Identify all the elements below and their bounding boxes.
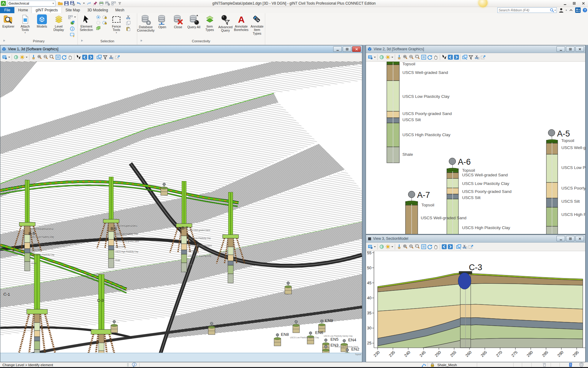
tool-walk[interactable]	[75, 54, 81, 60]
close-button[interactable]	[580, 1, 587, 6]
ribbon-button-fence-tools[interactable]: Fence Tools▾	[108, 14, 125, 33]
tool-section-clip[interactable]	[114, 54, 120, 60]
tool-view-next[interactable]	[447, 244, 453, 250]
user-menu-caret[interactable]: ▾	[566, 9, 567, 12]
tool-brush[interactable]	[30, 54, 36, 60]
tool-rotate-view[interactable]	[61, 54, 67, 60]
tool-clip-volume[interactable]	[468, 54, 474, 60]
connect-icon[interactable]	[575, 7, 581, 13]
tool-fit-view[interactable]	[55, 54, 61, 60]
tool-pan-view[interactable]	[67, 54, 73, 60]
tool-sun[interactable]	[19, 54, 25, 60]
tool-brush[interactable]	[396, 54, 402, 60]
tool-fit-view[interactable]	[420, 54, 427, 60]
tool-sun[interactable]	[385, 54, 391, 60]
caret-icon[interactable]	[74, 16, 77, 19]
view1-title-bar[interactable]: View 1, 3d [Software Graphics]	[0, 45, 362, 53]
redo-icon[interactable]	[87, 1, 92, 6]
ribbon-button-attach-tools[interactable]: Attach Tools▾	[17, 14, 34, 33]
window-tiles-icon[interactable]	[111, 1, 116, 6]
tool-caret[interactable]	[391, 54, 394, 60]
snap-mode-icon[interactable]	[421, 362, 426, 367]
tool-zoom-window[interactable]	[414, 54, 420, 60]
pin-icon[interactable]	[139, 39, 142, 42]
tool-zoom-window[interactable]	[414, 244, 420, 250]
ribbon-button-item-types[interactable]: Item Types	[202, 14, 218, 32]
tool-view-prev[interactable]	[441, 244, 447, 250]
ribbon-button-annotate-boreholes[interactable]: AAnnotate Boreholes	[233, 14, 249, 32]
tool-section-clip[interactable]	[468, 244, 474, 250]
pin-icon[interactable]	[80, 39, 83, 42]
tool-fit-view[interactable]	[420, 244, 427, 250]
view-restore-button[interactable]	[566, 236, 575, 241]
save-icon[interactable]	[64, 1, 69, 6]
tool-caret[interactable]	[8, 54, 11, 60]
tool-clip-mask[interactable]	[108, 54, 114, 60]
tab-gint-projects[interactable]: gINT Projects	[32, 7, 62, 13]
sel-copy-icon[interactable]	[96, 26, 101, 31]
tool-walk[interactable]	[441, 54, 447, 60]
tool-caret[interactable]	[25, 54, 28, 60]
search-ribbon-input[interactable]: Search Ribbon (F4)▾	[497, 7, 557, 13]
new-level-icon[interactable]	[68, 32, 77, 37]
tool-rotate-view[interactable]	[427, 244, 433, 250]
ribbon-button-element-selection[interactable]: Element Selection	[78, 14, 95, 32]
ribbon-button-advanced-query[interactable]: Advanced Query	[217, 14, 233, 33]
element-info-icon[interactable]: i	[68, 26, 77, 31]
view-minimize-button[interactable]	[333, 46, 342, 52]
active-level[interactable]: Shale_Mesh	[437, 362, 457, 367]
view1-canvas[interactable]: USCS Well-graded SandUSCS Low Plasticity…	[0, 62, 362, 362]
tool-zoom-out[interactable]	[408, 244, 414, 250]
folder-open-icon[interactable]	[58, 1, 63, 6]
tool-section-clip[interactable]	[480, 54, 486, 60]
selection-set-icon[interactable]	[541, 362, 547, 367]
view2-title-bar[interactable]: View 2, 3d [Software Graphics]	[366, 45, 585, 53]
tab-home[interactable]: Home	[14, 7, 32, 13]
view-restore-button[interactable]	[566, 46, 575, 52]
tool-zoom-in[interactable]	[402, 54, 408, 60]
ribbon-button-models[interactable]: Models	[34, 14, 51, 28]
status-grip[interactable]	[127, 362, 129, 367]
tool-display-style[interactable]	[379, 244, 385, 250]
help-icon[interactable]: ?	[582, 8, 587, 13]
more-icon[interactable]	[117, 1, 122, 6]
notification-balloon-icon[interactable]	[478, 0, 488, 7]
tool-view-prev[interactable]	[447, 54, 453, 60]
tool-pan-view[interactable]	[433, 244, 439, 250]
save-settings-icon[interactable]	[70, 1, 75, 6]
tool-clip-volume[interactable]	[102, 54, 108, 60]
clipboard-shield-icon[interactable]	[579, 362, 584, 367]
view-close-button[interactable]	[575, 236, 584, 241]
tool-clip-mask[interactable]	[474, 54, 480, 60]
workflow-selector[interactable]: Geotechnical ▾	[7, 1, 55, 6]
tool-view-prev[interactable]	[81, 54, 88, 60]
dialog-filter-icon[interactable]	[568, 362, 574, 367]
view-close-button[interactable]	[352, 46, 361, 52]
view-minimize-button[interactable]	[556, 236, 565, 241]
level-lock-icon[interactable]	[430, 362, 435, 367]
cut-icon[interactable]	[126, 15, 131, 20]
restore-button[interactable]	[571, 1, 578, 6]
tab-file[interactable]: File	[0, 7, 14, 13]
tool-zoom-window[interactable]	[49, 54, 55, 60]
window-tiles-icon[interactable]	[68, 15, 73, 20]
tool-view-next[interactable]	[88, 54, 94, 60]
pin-icon[interactable]	[2, 39, 5, 42]
ribbon-button-close[interactable]: Close	[170, 14, 186, 29]
tool-brush[interactable]	[396, 244, 402, 250]
sample-marker[interactable]	[458, 273, 471, 289]
level-manager-icon[interactable]: i	[68, 21, 77, 25]
sel-new-icon[interactable]	[96, 15, 101, 20]
tool-view-attrs[interactable]: i	[367, 244, 373, 250]
pin-icon[interactable]	[93, 1, 98, 6]
ribbon-button-annotate-item-types[interactable]: Annotate Item Types	[249, 14, 265, 35]
tool-zoom-in[interactable]	[402, 244, 408, 250]
view-restore-button[interactable]	[343, 46, 351, 52]
tool-sun[interactable]	[385, 244, 391, 250]
copy-icon[interactable]	[126, 21, 131, 25]
search-scope-caret[interactable]: ▾	[554, 9, 556, 12]
tool-zoom-in[interactable]	[36, 54, 43, 60]
sel-lock-icon[interactable]	[102, 15, 107, 20]
view-close-button[interactable]	[575, 46, 584, 52]
tool-display-style[interactable]	[379, 54, 385, 60]
